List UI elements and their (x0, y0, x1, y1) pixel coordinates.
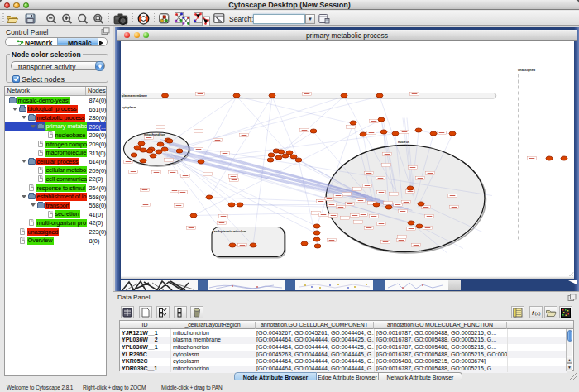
svg-text:plasma membrane: plasma membrane (122, 93, 147, 97)
svg-text:unassigned: unassigned (518, 69, 536, 72)
svg-text:endoplasmic reticulum: endoplasmic reticulum (214, 229, 246, 232)
svg-text:cytoplasm: cytoplasm (122, 105, 136, 108)
svg-text:nucleus: nucleus (398, 141, 409, 144)
svg-text:(x): (x) (535, 311, 541, 316)
